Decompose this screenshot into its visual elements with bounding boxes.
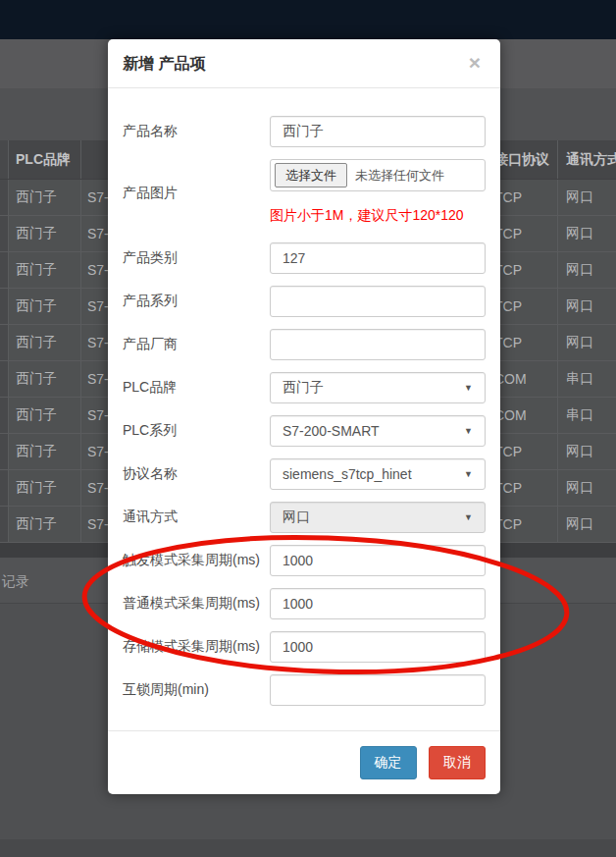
cell-comm-method: 网口 [557,289,616,324]
cell-plc-brand: 西门子 [8,180,80,215]
cell-comm-method: 串口 [557,398,616,433]
form-row-plc-brand: PLC品牌 西门子 ▼ [123,372,486,403]
table-left-gutter [0,470,8,506]
modal-footer: 确定 取消 [108,730,500,794]
product-series-label: 产品系列 [123,293,270,310]
form-row-storage-mode-period: 存储模式采集周期(ms) [123,631,486,663]
top-navbar [0,0,616,39]
cell-comm-method: 网口 [557,434,616,469]
table-left-gutter [0,140,8,179]
interlock-period-label: 互锁周期(min) [123,681,270,699]
file-status-text: 未选择任何文件 [355,167,444,185]
table-left-gutter [0,325,8,360]
plc-series-select[interactable]: S7-200-SMART ▼ [270,415,486,447]
form-row-product-vendor: 产品厂商 [123,329,486,360]
form-row-product-series: 产品系列 [123,286,486,317]
normal-mode-period-label: 普通模式采集周期(ms) [123,595,270,613]
add-product-modal: 新增 产品项 × 产品名称 产品图片 选择文件 未选择任何文件 图片小于1M，建… [108,39,500,794]
form-row-product-category: 产品类别 [123,242,486,274]
form-row-protocol-name: 协议名称 siemens_s7tcp_hinet ▼ [123,458,486,490]
product-name-label: 产品名称 [123,123,270,140]
product-category-input[interactable] [270,242,486,274]
modal-body: 产品名称 产品图片 选择文件 未选择任何文件 图片小于1M，建议尺寸120*12… [108,88,500,706]
cell-comm-method: 网口 [557,470,616,506]
modal-header: 新增 产品项 × [108,39,500,88]
cell-comm-method: 网口 [557,507,616,542]
form-row-comm-method: 通讯方式 网口 ▼ [123,502,486,533]
protocol-name-label: 协议名称 [123,465,270,483]
cell-comm-method: 网口 [557,180,616,215]
chevron-down-icon: ▼ [464,469,473,479]
close-icon[interactable]: × [463,51,487,74]
table-left-gutter [0,434,8,469]
cell-plc-brand: 西门子 [8,216,80,251]
page-bottom-band [0,839,616,857]
protocol-name-value: siemens_s7tcp_hinet [282,466,412,482]
cell-comm-method: 网口 [557,252,616,288]
interlock-period-input[interactable] [270,674,486,706]
table-left-gutter [0,180,8,215]
chevron-down-icon: ▼ [464,383,473,393]
form-row-trigger-mode-period: 触发模式采集周期(ms) [123,545,486,576]
cell-plc-brand: 西门子 [8,325,80,360]
image-size-hint: 图片小于1M，建议尺寸120*120 [270,207,486,227]
records-label: 记录 [2,573,29,591]
plc-series-label: PLC系列 [123,422,270,440]
product-image-file-input[interactable]: 选择文件 未选择任何文件 [270,159,486,191]
storage-mode-period-label: 存储模式采集周期(ms) [123,638,270,656]
confirm-button[interactable]: 确定 [360,746,417,779]
plc-brand-value: 西门子 [282,379,324,397]
cell-comm-method: 网口 [557,325,616,360]
storage-mode-period-input[interactable] [270,631,486,663]
choose-file-button[interactable]: 选择文件 [275,163,347,187]
header-plc-brand: PLC品牌 [8,140,80,179]
table-left-gutter [0,252,8,288]
chevron-down-icon: ▼ [464,426,473,436]
table-left-gutter [0,289,8,324]
comm-method-value: 网口 [282,509,310,526]
form-row-product-image: 产品图片 选择文件 未选择任何文件 图片小于1M，建议尺寸120*120 [123,159,486,227]
plc-brand-label: PLC品牌 [123,379,270,397]
header-comm-method: 通讯方式 [557,140,616,179]
product-image-file-area: 选择文件 未选择任何文件 图片小于1M，建议尺寸120*120 [270,159,486,227]
comm-method-label: 通讯方式 [123,509,270,526]
normal-mode-period-input[interactable] [270,588,486,619]
cell-comm-method: 网口 [557,216,616,251]
cancel-button[interactable]: 取消 [429,746,486,779]
table-left-gutter [0,216,8,251]
product-image-label: 产品图片 [123,185,270,202]
cell-plc-brand: 西门子 [8,398,80,433]
product-name-input[interactable] [270,116,486,147]
form-row-interlock-period: 互锁周期(min) [123,674,486,706]
form-row-product-name: 产品名称 [123,116,486,147]
cell-plc-brand: 西门子 [8,470,80,506]
cell-plc-brand: 西门子 [8,507,80,542]
product-vendor-input[interactable] [270,329,486,360]
cell-plc-brand: 西门子 [8,434,80,469]
product-category-label: 产品类别 [123,249,270,267]
screen: PLC品牌 接口协议 通讯方式 西门子S7-TCP网口西门子S7-TCP网口西门… [0,0,616,857]
form-row-plc-series: PLC系列 S7-200-SMART ▼ [123,415,486,447]
modal-title: 新增 产品项 [123,54,486,74]
cell-plc-brand: 西门子 [8,252,80,288]
cell-plc-brand: 西门子 [8,289,80,324]
comm-method-select[interactable]: 网口 ▼ [270,502,486,533]
table-left-gutter [0,507,8,542]
cell-comm-method: 串口 [557,361,616,397]
trigger-mode-period-label: 触发模式采集周期(ms) [123,552,270,569]
plc-brand-select[interactable]: 西门子 ▼ [270,372,486,403]
trigger-mode-period-input[interactable] [270,545,486,576]
cell-plc-brand: 西门子 [8,361,80,397]
table-left-gutter [0,398,8,433]
product-vendor-label: 产品厂商 [123,336,270,353]
product-series-input[interactable] [270,286,486,317]
chevron-down-icon: ▼ [464,512,473,522]
plc-series-value: S7-200-SMART [282,423,380,439]
form-row-normal-mode-period: 普通模式采集周期(ms) [123,588,486,619]
table-left-gutter [0,361,8,397]
protocol-name-select[interactable]: siemens_s7tcp_hinet ▼ [270,458,486,490]
